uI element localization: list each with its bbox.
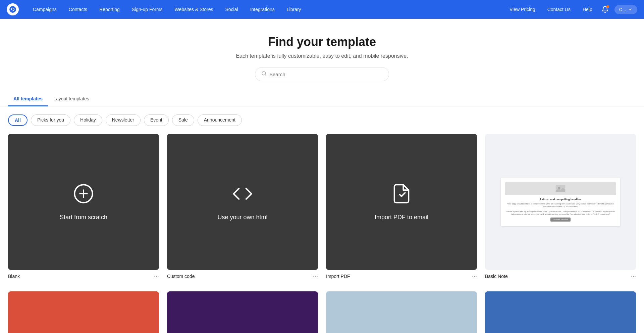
basic-note-footer: Basic Note ··· [485,270,636,281]
blank-name: Blank [8,274,20,279]
template-card-bottom-2 [167,291,318,333]
filter-announcement[interactable]: Announcement [198,114,242,126]
nav-view-pricing[interactable]: View Pricing [503,0,541,19]
pdf-icon [391,183,412,208]
preview-body: Your copy should address 3 key questions… [505,202,616,208]
template-card-import-pdf: Import PDF to email Import PDF ··· [326,134,477,281]
notification-dot [606,5,609,8]
template-thumb-import-pdf[interactable]: Import PDF to email [326,134,477,270]
tab-layout-templates[interactable]: Layout templates [48,92,95,106]
user-menu[interactable]: C... [614,5,637,14]
filter-holiday[interactable]: Holiday [74,114,102,126]
code-icon [232,183,253,208]
basic-note-name: Basic Note [485,274,508,279]
basic-note-more-button[interactable]: ··· [631,273,636,279]
filter-row: All Picks for you Holiday Newsletter Eve… [0,114,644,134]
template-card-bottom-4 [485,291,636,333]
blank-footer: Blank ··· [8,270,159,281]
filter-newsletter[interactable]: Newsletter [106,114,141,126]
import-pdf-footer: Import PDF ··· [326,270,477,281]
preview-image-placeholder [505,182,616,195]
custom-code-thumb-label: Use your own html [217,214,267,221]
plus-circle-icon [73,183,94,208]
filter-all[interactable]: All [8,114,28,126]
template-thumb-bottom-4[interactable] [485,291,636,333]
nav-item-websites[interactable]: Websites & Stores [169,0,219,19]
main-content: Find your template Each template is full… [0,19,644,333]
notification-bell[interactable] [598,3,612,16]
nav-item-campaigns[interactable]: Campaigns [27,0,63,19]
import-pdf-thumb-label: Import PDF to email [375,214,428,221]
nav-item-contacts[interactable]: Contacts [63,0,93,19]
blank-thumb-label: Start from scratch [60,214,107,221]
custom-code-footer: Custom code ··· [167,270,318,281]
filter-sale[interactable]: Sale [172,114,194,126]
basic-note-preview: A direct and compelling headline Your co… [501,178,620,227]
template-thumb-custom-code[interactable]: Use your own html [167,134,318,270]
template-tabs: All templates Layout templates [0,92,644,106]
nav-item-reporting[interactable]: Reporting [93,0,126,19]
svg-line-2 [265,75,266,76]
custom-code-more-button[interactable]: ··· [313,273,318,279]
nav-left: Campaigns Contacts Reporting Sign-up For… [27,0,503,19]
search-bar[interactable] [255,67,389,81]
template-thumb-basic-note[interactable]: A direct and compelling headline Your co… [485,134,636,270]
nav-item-social[interactable]: Social [219,0,244,19]
template-card-bottom-1 [8,291,159,333]
hero-subtitle: Each template is fully customizable, eas… [7,53,637,59]
nav-item-integrations[interactable]: Integrations [244,0,281,19]
blank-more-button[interactable]: ··· [154,273,159,279]
preview-headline: A direct and compelling headline [505,198,616,201]
hero-section: Find your template Each template is full… [0,19,644,92]
bottom-template-row [0,291,644,333]
nav-item-library[interactable]: Library [281,0,307,19]
nav-contact-us[interactable]: Contact Us [541,0,577,19]
filter-picks-for-you[interactable]: Picks for you [31,114,70,126]
template-card-custom-code: Use your own html Custom code ··· [167,134,318,281]
template-thumb-blank[interactable]: Start from scratch [8,134,159,270]
template-grid: Start from scratch Blank ··· Use your ow… [0,134,644,291]
nav-help[interactable]: Help [577,0,598,19]
template-card-blank: Start from scratch Blank ··· [8,134,159,281]
template-card-basic-note: A direct and compelling headline Your co… [485,134,636,281]
tab-all-templates[interactable]: All templates [8,92,48,106]
preview-body2: Create a great offer by adding words lik… [505,210,616,216]
template-thumb-bottom-3[interactable] [326,291,477,333]
nav-item-signup-forms[interactable]: Sign-up Forms [126,0,169,19]
import-pdf-more-button[interactable]: ··· [472,273,477,279]
template-thumb-bottom-1[interactable] [8,291,159,333]
user-label: C... [619,7,626,12]
filter-event[interactable]: Event [144,114,169,126]
search-icon [261,71,267,78]
import-pdf-name: Import PDF [326,274,350,279]
preview-button: Visit our Website [550,218,571,222]
main-nav: Campaigns Contacts Reporting Sign-up For… [0,0,644,19]
template-thumb-bottom-2[interactable] [167,291,318,333]
logo[interactable] [7,3,19,15]
svg-point-0 [9,6,16,13]
custom-code-name: Custom code [167,274,195,279]
template-card-bottom-3 [326,291,477,333]
hero-title: Find your template [7,35,637,49]
search-input[interactable] [269,72,383,77]
nav-right: View Pricing Contact Us Help C... [503,0,637,19]
